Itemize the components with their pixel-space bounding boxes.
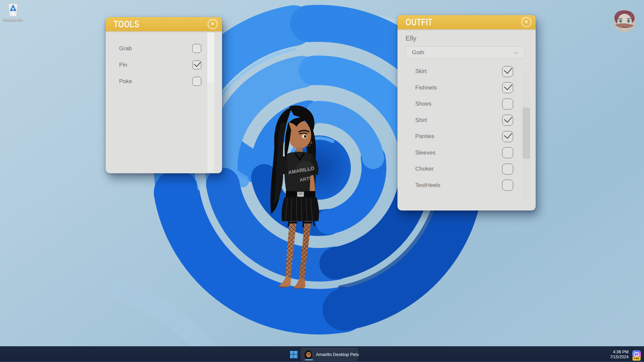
start-button[interactable] bbox=[289, 350, 299, 360]
tool-checkbox[interactable] bbox=[192, 44, 201, 53]
taskbar: Amarillo Desktop Pets 4:36 PM 7/15/2024 … bbox=[0, 346, 644, 362]
desktop-pet-character[interactable]: AMARILLO ARTS bbox=[249, 103, 324, 296]
tools-window-titlebar[interactable]: TOOLS ✕ bbox=[106, 17, 222, 31]
outfit-item-label: Choker bbox=[415, 166, 434, 172]
tools-close-icon[interactable]: ✕ bbox=[208, 19, 218, 29]
outfit-item-row: TestHeels bbox=[415, 177, 513, 194]
tool-row: Grab bbox=[119, 40, 201, 57]
pet-name-label: Elly bbox=[406, 35, 528, 42]
outfit-item-checkbox[interactable] bbox=[502, 115, 513, 126]
outfit-item-label: Skirt bbox=[415, 68, 427, 75]
outfit-item-row: Skirt bbox=[415, 63, 513, 80]
copilot-tray-icon[interactable]: PRE bbox=[632, 350, 641, 359]
recycle-bin-icon bbox=[6, 2, 20, 17]
outfit-style-dropdown[interactable]: Goth bbox=[406, 46, 525, 59]
outfit-item-label: Fishnets bbox=[415, 84, 437, 91]
system-tray: 4:36 PM 7/15/2024 PRE bbox=[610, 347, 641, 362]
copilot-pre-badge: PRE bbox=[633, 357, 641, 361]
outfit-item-row: Panties bbox=[415, 128, 513, 145]
outfit-item-checkbox[interactable] bbox=[502, 131, 513, 142]
outfit-item-checkbox[interactable] bbox=[502, 164, 513, 175]
clock-time: 4:36 PM bbox=[610, 350, 629, 355]
tool-checkbox[interactable] bbox=[192, 60, 201, 69]
taskbar-clock[interactable]: 4:36 PM 7/15/2024 bbox=[610, 350, 629, 360]
tool-row: Poke bbox=[119, 73, 201, 89]
outfit-item-checkbox[interactable] bbox=[502, 147, 513, 158]
tools-window-title: TOOLS bbox=[114, 18, 139, 29]
outfit-scrollbar[interactable] bbox=[523, 72, 530, 200]
outfit-window: OUTFIT ✕ Elly Goth Skirt Fishnets Shoes … bbox=[397, 15, 536, 210]
outfit-window-titlebar[interactable]: OUTFIT ✕ bbox=[397, 15, 536, 29]
tools-scrollbar-thumb[interactable] bbox=[207, 33, 214, 83]
windows-logo-icon bbox=[290, 351, 298, 359]
outfit-item-label: Shoes bbox=[415, 101, 431, 107]
app-button-label: Amarillo Desktop Pets bbox=[316, 352, 359, 357]
outfit-item-checkbox[interactable] bbox=[502, 180, 513, 191]
outfit-item-row: Sleeves bbox=[415, 145, 513, 161]
tools-window: TOOLS ✕ Grab Pin Poke bbox=[106, 17, 222, 173]
app-corner-avatar[interactable] bbox=[613, 9, 636, 32]
recycle-bin[interactable]: Recycle Bin bbox=[2, 2, 24, 22]
outfit-item-row: Choker bbox=[415, 161, 513, 177]
outfit-item-checkbox[interactable] bbox=[502, 99, 513, 110]
tool-label: Poke bbox=[119, 78, 132, 85]
outfit-scrollbar-thumb[interactable] bbox=[523, 108, 530, 159]
tools-checklist: Grab Pin Poke bbox=[106, 31, 222, 89]
outfit-close-icon[interactable]: ✕ bbox=[521, 17, 531, 27]
tool-label: Pin bbox=[119, 62, 127, 68]
outfit-item-row: Shoes bbox=[415, 96, 513, 112]
tool-label: Grab bbox=[119, 45, 132, 52]
tool-row: Pin bbox=[119, 57, 201, 73]
app-avatar-icon bbox=[304, 350, 313, 359]
outfit-style-selected: Goth bbox=[412, 49, 424, 56]
corner-avatar-icon bbox=[613, 9, 636, 32]
running-app-indicator bbox=[305, 359, 313, 360]
outfit-item-label: Panties bbox=[415, 133, 434, 140]
clock-date: 7/15/2024 bbox=[610, 355, 629, 360]
taskbar-app-amarillo-desktop-pets[interactable]: Amarillo Desktop Pets bbox=[301, 348, 358, 361]
tools-scrollbar[interactable] bbox=[207, 33, 214, 172]
outfit-checklist: Skirt Fishnets Shoes Shirt Panties bbox=[397, 59, 536, 193]
recycle-bin-label: Recycle Bin bbox=[2, 18, 24, 22]
outfit-item-label: TestHeels bbox=[415, 182, 440, 189]
outfit-item-label: Shirt bbox=[415, 117, 427, 124]
tool-checkbox[interactable] bbox=[192, 77, 201, 86]
outfit-item-row: Shirt bbox=[415, 112, 513, 129]
outfit-item-checkbox[interactable] bbox=[502, 82, 513, 93]
outfit-item-checkbox[interactable] bbox=[502, 66, 513, 77]
outfit-item-row: Fishnets bbox=[415, 80, 513, 96]
outfit-item-label: Sleeves bbox=[415, 149, 435, 156]
outfit-window-title: OUTFIT bbox=[406, 16, 432, 27]
chevron-down-icon bbox=[515, 51, 518, 54]
